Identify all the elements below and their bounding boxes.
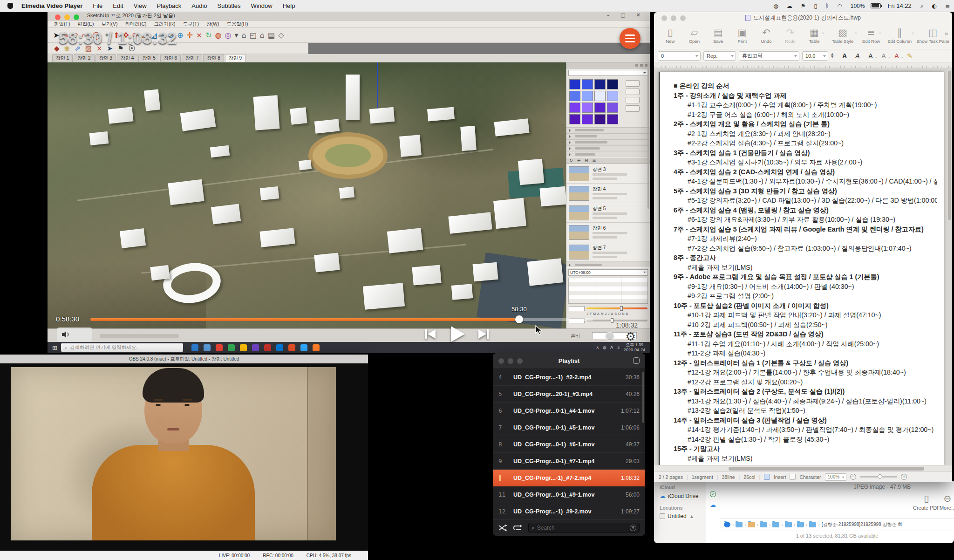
menubar-status-icon[interactable]: ◐ — [932, 3, 936, 9]
menubar-item[interactable]: Subtitles — [218, 2, 241, 9]
menubar-app-name[interactable]: Elmedia Video Player — [21, 2, 82, 9]
underline-button[interactable]: A — [865, 52, 876, 60]
font-dropdown[interactable]: 휴먼고딕 — [739, 51, 799, 61]
hwp-tool-button[interactable]: ↷ Redo — [779, 27, 802, 44]
next-button[interactable] — [477, 328, 490, 341]
hwp-traffic-lights[interactable] — [661, 15, 686, 21]
highlight-pen-button[interactable]: ✎ — [905, 52, 915, 60]
zoom-button[interactable] — [680, 15, 686, 21]
style-dropdown[interactable]: 0 — [658, 51, 701, 61]
webcam-overlay-icon[interactable] — [605, 332, 614, 341]
playlist-row[interactable]: 6 UD_CG-Progr...0-1)_#4-1.mov 1:07:12 — [493, 403, 645, 419]
rep-dropdown[interactable]: Rep. — [703, 51, 736, 61]
folder-crumb-icon[interactable] — [760, 522, 767, 527]
italic-button[interactable]: A — [852, 52, 863, 60]
size-stepper[interactable]: ▲▼ — [831, 51, 837, 61]
app-crumb-icon[interactable] — [724, 522, 730, 527]
obs-window[interactable]: OBS 24.0.8 (mac) - 프로파일: Untitled - 장면: … — [0, 355, 368, 560]
playlist-row[interactable]: 11 UD_CG-Progr...0-1)_#9-1.mov 56:00 — [493, 486, 645, 503]
folder-crumb-icon[interactable] — [772, 522, 779, 527]
minimize-button[interactable] — [671, 15, 676, 21]
folder-crumb-icon[interactable] — [797, 522, 804, 527]
playlist-window[interactable]: Playlist 4 UD_CG-Progr...-1)_#2-2.mp4 30… — [493, 353, 645, 536]
volume-control[interactable] — [57, 328, 92, 341]
playlist-row[interactable]: 12 UD_CG-Progr...-1)_#9-2.mov 1:09:27 — [493, 503, 645, 520]
playlist-row[interactable]: 5 UD_CG-Progr...20-1)_#3.mp4 40:26 — [493, 386, 645, 403]
playlist-row[interactable]: ‖ UD_CG-Progr...-1)_#7-2.mp4 1:08:32 — [493, 470, 645, 486]
hwp-tool-button[interactable]: ≡ Edit Row — [859, 27, 883, 44]
gear-icon[interactable]: ⚙ — [626, 330, 636, 343]
menubar-status-icon[interactable]: ⌕ — [920, 3, 924, 9]
player-traffic-lights[interactable] — [55, 14, 79, 20]
outline-button[interactable]: A — [879, 52, 889, 60]
chevron-down-icon[interactable]: ▼ — [630, 525, 636, 531]
hwp-document-area[interactable]: ■ 온라인 강의 순서 1주 - 강의소개 / 실습 및 재택수업 과제 #1-… — [654, 68, 952, 465]
menubar-status-icon[interactable]: ◍ — [773, 3, 778, 9]
folder-crumb-icon[interactable] — [785, 522, 792, 527]
hwp-document-window[interactable]: 도시설계표현응용(2020-1)-강의리스트.hwp ▯ New ▱ Open … — [654, 12, 952, 481]
seek-bar[interactable]: 58:30 — [90, 318, 593, 321]
playlist-scrollbar[interactable] — [642, 372, 644, 423]
playlist-row[interactable]: 7 UD_CG-Progr...0-1)_#5-1.mov 1:06:06 — [493, 419, 645, 436]
finder-window[interactable]: iCloud ☁ iCloud Drive Locations Untitled… — [654, 481, 954, 543]
font-size-dropdown[interactable]: 10.0 — [802, 51, 828, 61]
sidebar-item-untitled[interactable]: Untitled ▲ — [660, 513, 706, 519]
menubar-status-icon[interactable]: ᛒ — [825, 3, 829, 9]
repeat-icon[interactable] — [513, 524, 523, 532]
popout-icon[interactable] — [633, 357, 640, 364]
menubar-status-icon[interactable]: ☁ — [787, 3, 792, 9]
play-button[interactable] — [447, 324, 467, 344]
folder-crumb-icon[interactable] — [736, 522, 743, 527]
previous-button[interactable] — [424, 328, 437, 341]
apple-logo-icon[interactable] — [7, 3, 13, 9]
hwp-tool-button[interactable]: ▯ New — [659, 27, 682, 44]
close-button[interactable] — [661, 15, 667, 21]
zoom-slider[interactable] — [860, 476, 897, 478]
bold-button[interactable]: A — [839, 52, 850, 60]
menubar-item[interactable]: Audio — [191, 2, 207, 9]
hwp-tool-button[interactable]: ▦ Table — [803, 27, 826, 44]
close-button[interactable] — [55, 14, 61, 20]
font-color-button[interactable]: A — [892, 52, 902, 60]
insert-mode-icon[interactable] — [764, 474, 770, 480]
document-page[interactable]: ■ 온라인 강의 순서 1주 - 강의소개 / 실습 및 재택수업 과제 #1-… — [659, 72, 944, 465]
menubar-item[interactable]: File — [93, 2, 102, 9]
menubar-status-icon[interactable]: ◠ — [837, 3, 842, 9]
playlist-search-input[interactable] — [537, 525, 627, 531]
playlist-row[interactable]: 9 UD_CG-Progr...0-1)_#7-1.mp4 29:03 — [493, 453, 645, 470]
more-button[interactable]: ⊖ More... — [934, 493, 954, 511]
zoom-out-button[interactable]: − — [850, 474, 856, 480]
player-menu-button[interactable] — [620, 28, 641, 49]
zoom-button[interactable] — [74, 14, 79, 20]
character-mode-icon[interactable] — [790, 474, 796, 480]
playlist-row[interactable]: 8 UD_CG-Progr...0-1)_#6-1.mov 49:37 — [493, 436, 645, 453]
menubar-item[interactable]: Help — [283, 2, 295, 9]
hwp-tool-button[interactable]: ▣ Print — [731, 27, 754, 44]
menubar-status-icon[interactable]: ▯ — [814, 3, 817, 9]
finder-path-bar[interactable]: › › › › › › › › [김형준-21925998]21925998 김… — [720, 518, 954, 531]
horizontal-scrollbar[interactable] — [654, 465, 952, 471]
toolbar-overflow-button[interactable]: » — [944, 30, 948, 37]
user-crumb-icon[interactable] — [748, 522, 755, 527]
video-player-window[interactable]: - SketchUp 프로 2020 (평가판 2일 남음) – ▢ ✕ 파일(… — [48, 11, 650, 353]
vertical-scrollbar[interactable] — [948, 71, 951, 220]
menubar-clock[interactable]: Fri 14:22 — [887, 2, 911, 9]
folder-crumb-icon[interactable] — [809, 522, 816, 527]
sidebar-item-icloud-drive[interactable]: ☁ iCloud Drive — [660, 492, 706, 499]
hwp-tool-button[interactable]: ∥ Edit Column — [884, 27, 916, 44]
minimize-button[interactable] — [64, 14, 70, 20]
hwp-tool-button[interactable]: ▨ Table Style — [827, 27, 859, 44]
playlist-row[interactable]: 4 UD_CG-Progr...-1)_#2-2.mp4 30:36 — [493, 369, 645, 386]
hwp-tool-button[interactable]: ▱ Open — [683, 27, 706, 44]
menubar-item[interactable]: Edit — [113, 2, 123, 9]
menubar-status-icon[interactable]: ⚑ — [801, 3, 806, 9]
zoom-in-button[interactable]: + — [901, 474, 907, 480]
menubar-item[interactable]: Playback — [157, 2, 182, 9]
hwp-tool-button[interactable]: ↶ Undo — [755, 27, 778, 44]
eject-icon[interactable]: ▲ — [690, 514, 693, 519]
hwp-tool-button[interactable]: ▤ Save — [707, 27, 730, 44]
zoom-level-dropdown[interactable]: 100% — [825, 473, 847, 481]
menubar-item[interactable]: View — [134, 2, 147, 9]
shuffle-icon[interactable] — [498, 524, 508, 532]
playlist-search[interactable]: ⌕ ▼ — [528, 523, 640, 533]
